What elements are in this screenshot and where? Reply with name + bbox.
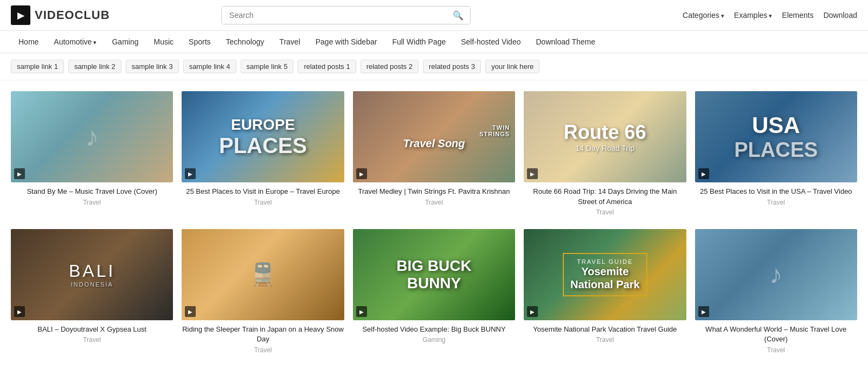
play-icon-4: ▶ bbox=[527, 168, 538, 179]
tag-sample-4[interactable]: sample link 4 bbox=[183, 60, 236, 73]
thumb-text-bali: BALI bbox=[69, 261, 115, 281]
video-card-9[interactable]: TRAVEL GUIDE YosemiteNational Park ▶ Yos… bbox=[524, 229, 686, 354]
video-thumb-1: ♪ ▶ bbox=[11, 91, 173, 182]
tag-sample-5[interactable]: sample link 5 bbox=[241, 60, 294, 73]
video-thumb-8: Big BuckBUNNY ▶ bbox=[353, 229, 515, 320]
nav-home[interactable]: Home bbox=[11, 31, 46, 53]
thumb-overlay-8: Big BuckBUNNY bbox=[353, 229, 515, 320]
video-card-5[interactable]: USA PLACES ▶ 25 Best Places to Visit in … bbox=[695, 91, 857, 216]
video-card-4[interactable]: Route 66 14 Day Road Trip ▶ Route 66 Roa… bbox=[524, 91, 686, 216]
header: ▶ VIDEOCLUB 🔍 Categories Examples Elemen… bbox=[0, 0, 868, 31]
video-title-4: Route 66 Road Trip: 14 Days Driving the … bbox=[524, 187, 686, 206]
header-nav: Categories Examples Elements Download bbox=[683, 11, 857, 20]
thumb-overlay-9: TRAVEL GUIDE YosemiteNational Park bbox=[524, 229, 686, 320]
nav-download[interactable]: Download bbox=[824, 11, 857, 20]
video-title-2: 25 Best Places to Visit in Europe – Trav… bbox=[182, 187, 344, 196]
thumb-text-route66-sub: 14 Day Road Trip bbox=[564, 144, 646, 153]
thumb-overlay-3: TWINSTRINGS Travel Song bbox=[353, 91, 515, 182]
nav-examples[interactable]: Examples bbox=[734, 11, 773, 20]
video-category-5[interactable]: Travel bbox=[695, 199, 857, 206]
video-category-7[interactable]: Travel bbox=[182, 346, 344, 354]
nav-music[interactable]: Music bbox=[146, 31, 182, 53]
thumb-overlay-5: USA PLACES bbox=[695, 91, 857, 182]
play-icon-8: ▶ bbox=[356, 306, 367, 317]
tag-related-2[interactable]: related posts 2 bbox=[361, 60, 419, 73]
video-category-2[interactable]: Travel bbox=[182, 199, 344, 206]
video-card-1[interactable]: ♪ ▶ Stand By Me – Music Travel Love (Cov… bbox=[11, 91, 173, 216]
nav-full-width[interactable]: Full Width Page bbox=[384, 31, 453, 53]
thumb-overlay-6: BALI INDONESIA bbox=[11, 229, 173, 320]
thumb-text-usa: USA bbox=[752, 112, 800, 138]
nav-gaming[interactable]: Gaming bbox=[104, 31, 146, 53]
search-button[interactable]: 🔍 bbox=[446, 7, 470, 24]
video-thumb-3: TWINSTRINGS Travel Song ▶ bbox=[353, 91, 515, 182]
video-category-8[interactable]: Gaming bbox=[353, 336, 515, 344]
thumb-text-bigbuck: Big BuckBUNNY bbox=[396, 257, 471, 292]
video-category-1[interactable]: Travel bbox=[11, 199, 173, 206]
nav-download-theme[interactable]: Download Theme bbox=[528, 31, 602, 53]
video-title-5: 25 Best Places to Visit in the USA – Tra… bbox=[695, 187, 857, 196]
video-card-7[interactable]: 🚆 ▶ Riding the Sleeper Train in Japan on… bbox=[182, 229, 344, 354]
thumb-overlay-1: ♪ bbox=[11, 91, 173, 182]
play-icon-5: ▶ bbox=[698, 168, 709, 179]
tag-sample-3[interactable]: sample link 3 bbox=[126, 60, 179, 73]
play-icon-1: ▶ bbox=[14, 168, 25, 179]
main-nav: Home Automotive Gaming Music Sports Tech… bbox=[0, 31, 868, 53]
play-icon-3: ▶ bbox=[356, 168, 367, 179]
video-thumb-10: ♪ ▶ bbox=[695, 229, 857, 320]
tag-sample-1[interactable]: sample link 1 bbox=[11, 60, 64, 73]
video-card-6[interactable]: BALI INDONESIA ▶ BALI – Doyoutravel X Gy… bbox=[11, 229, 173, 354]
video-title-10: What A Wonderful World – Music Travel Lo… bbox=[695, 325, 857, 344]
thumb-overlay-2: EUROPEPLACES bbox=[182, 91, 344, 182]
logo[interactable]: ▶ VIDEOCLUB bbox=[11, 5, 110, 25]
video-thumb-6: BALI INDONESIA ▶ bbox=[11, 229, 173, 320]
tag-bar: sample link 1 sample link 2 sample link … bbox=[0, 53, 868, 80]
play-icon-2: ▶ bbox=[185, 168, 196, 179]
thumb-text-indonesia: INDONESIA bbox=[70, 281, 113, 288]
nav-sports[interactable]: Sports bbox=[181, 31, 218, 53]
play-icon-7: ▶ bbox=[185, 306, 196, 317]
thumb-text-travel-song: Travel Song bbox=[403, 137, 465, 150]
video-title-3: Travel Medley | Twin Strings Ft. Pavitra… bbox=[353, 187, 515, 196]
thumb-text-travel-guide: TRAVEL GUIDE bbox=[570, 258, 640, 265]
thumb-text-yosemite: YosemiteNational Park bbox=[570, 265, 640, 291]
logo-text: VIDEOCLUB bbox=[35, 8, 110, 22]
video-title-6: BALI – Doyoutravel X Gypsea Lust bbox=[11, 325, 173, 334]
video-category-4[interactable]: Travel bbox=[524, 208, 686, 216]
thumb-text-europe: EUROPEPLACES bbox=[219, 117, 307, 157]
search-input[interactable] bbox=[222, 7, 446, 24]
play-icon-9: ▶ bbox=[527, 306, 538, 317]
tag-sample-2[interactable]: sample link 2 bbox=[68, 60, 121, 73]
nav-selfhosted[interactable]: Self-hosted Video bbox=[453, 31, 528, 53]
thumb-overlay-4: Route 66 14 Day Road Trip bbox=[524, 91, 686, 182]
video-thumb-4: Route 66 14 Day Road Trip ▶ bbox=[524, 91, 686, 182]
video-card-8[interactable]: Big BuckBUNNY ▶ Self-hosted Video Exampl… bbox=[353, 229, 515, 354]
video-thumb-9: TRAVEL GUIDE YosemiteNational Park ▶ bbox=[524, 229, 686, 320]
video-card-10[interactable]: ♪ ▶ What A Wonderful World – Music Trave… bbox=[695, 229, 857, 354]
nav-page-sidebar[interactable]: Page with Sidebar bbox=[308, 31, 385, 53]
search-bar: 🔍 bbox=[221, 6, 471, 24]
video-grid: ♪ ▶ Stand By Me – Music Travel Love (Cov… bbox=[0, 80, 868, 365]
nav-travel[interactable]: Travel bbox=[272, 31, 307, 53]
thumb-overlay-10: ♪ bbox=[695, 229, 857, 320]
video-category-10[interactable]: Travel bbox=[695, 346, 857, 354]
video-category-6[interactable]: Travel bbox=[11, 336, 173, 344]
video-title-1: Stand By Me – Music Travel Love (Cover) bbox=[11, 187, 173, 196]
tag-your-link[interactable]: your link here bbox=[485, 60, 539, 73]
video-card-2[interactable]: EUROPEPLACES ▶ 25 Best Places to Visit i… bbox=[182, 91, 344, 216]
video-title-7: Riding the Sleeper Train in Japan on a H… bbox=[182, 325, 344, 344]
nav-technology[interactable]: Technology bbox=[218, 31, 272, 53]
thumb-overlay-7: 🚆 bbox=[182, 229, 344, 320]
tag-related-3[interactable]: related posts 3 bbox=[423, 60, 481, 73]
video-category-9[interactable]: Travel bbox=[524, 336, 686, 344]
video-card-3[interactable]: TWINSTRINGS Travel Song ▶ Travel Medley … bbox=[353, 91, 515, 216]
logo-icon: ▶ bbox=[11, 5, 30, 25]
nav-elements[interactable]: Elements bbox=[782, 11, 813, 20]
video-category-3[interactable]: Travel bbox=[353, 199, 515, 206]
thumb-yosemite-box: TRAVEL GUIDE YosemiteNational Park bbox=[563, 253, 647, 296]
nav-categories[interactable]: Categories bbox=[683, 11, 724, 20]
tag-related-1[interactable]: related posts 1 bbox=[298, 60, 356, 73]
video-thumb-5: USA PLACES ▶ bbox=[695, 91, 857, 182]
play-icon-6: ▶ bbox=[14, 306, 25, 317]
nav-automotive[interactable]: Automotive bbox=[46, 31, 104, 53]
